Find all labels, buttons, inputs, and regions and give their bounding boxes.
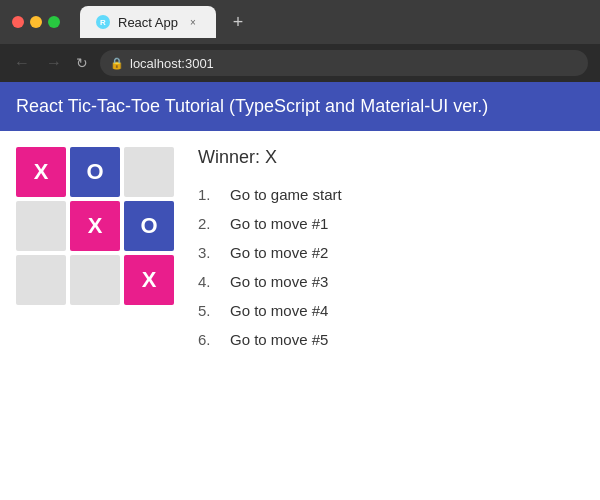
close-traffic-light[interactable] — [12, 16, 24, 28]
app-header: React Tic-Tac-Toe Tutorial (TypeScript a… — [0, 82, 600, 131]
winner-text: Winner: X — [198, 147, 584, 168]
address-bar[interactable]: 🔒 localhost:3001 — [100, 50, 588, 76]
move-item-2: 3.Go to move #2 — [198, 238, 584, 267]
page-content: React Tic-Tac-Toe Tutorial (TypeScript a… — [0, 82, 600, 500]
move-number-5: 6. — [198, 331, 222, 348]
browser-tab[interactable]: R React App × — [80, 6, 216, 38]
tab-area: R React App × + — [80, 6, 588, 38]
maximize-traffic-light[interactable] — [48, 16, 60, 28]
move-number-3: 4. — [198, 273, 222, 290]
tic-tac-toe-board: XOXOX — [16, 147, 174, 305]
tab-title-label: React App — [118, 15, 178, 30]
move-number-0: 1. — [198, 186, 222, 203]
address-text: localhost:3001 — [130, 56, 214, 71]
minimize-traffic-light[interactable] — [30, 16, 42, 28]
board-cell-3[interactable] — [16, 201, 66, 251]
lock-icon: 🔒 — [110, 57, 124, 70]
browser-addressbar: ← → ↻ 🔒 localhost:3001 — [0, 44, 600, 82]
move-button-0[interactable]: Go to game start — [230, 186, 342, 203]
browser-titlebar: R React App × + — [0, 0, 600, 44]
move-button-2[interactable]: Go to move #2 — [230, 244, 328, 261]
move-item-5: 6.Go to move #5 — [198, 325, 584, 354]
move-list: Winner: X 1.Go to game start2.Go to move… — [198, 147, 584, 354]
tab-favicon-label: R — [100, 18, 106, 27]
move-item-3: 4.Go to move #3 — [198, 267, 584, 296]
moves-list: 1.Go to game start2.Go to move #13.Go to… — [198, 180, 584, 354]
move-button-5[interactable]: Go to move #5 — [230, 331, 328, 348]
refresh-button[interactable]: ↻ — [76, 55, 88, 71]
move-number-4: 5. — [198, 302, 222, 319]
game-area: XOXOX Winner: X 1.Go to game start2.Go t… — [0, 131, 600, 370]
board-cell-8[interactable]: X — [124, 255, 174, 305]
board-cell-1[interactable]: O — [70, 147, 120, 197]
forward-button[interactable]: → — [44, 54, 64, 72]
app-header-title: React Tic-Tac-Toe Tutorial (TypeScript a… — [16, 96, 488, 116]
board-cell-7[interactable] — [70, 255, 120, 305]
board-cell-0[interactable]: X — [16, 147, 66, 197]
board-cell-6[interactable] — [16, 255, 66, 305]
tab-close-button[interactable]: × — [186, 15, 200, 29]
tab-favicon: R — [96, 15, 110, 29]
move-button-1[interactable]: Go to move #1 — [230, 215, 328, 232]
move-item-0: 1.Go to game start — [198, 180, 584, 209]
move-button-3[interactable]: Go to move #3 — [230, 273, 328, 290]
new-tab-button[interactable]: + — [224, 8, 252, 36]
move-button-4[interactable]: Go to move #4 — [230, 302, 328, 319]
traffic-lights — [12, 16, 60, 28]
move-item-4: 5.Go to move #4 — [198, 296, 584, 325]
move-number-2: 3. — [198, 244, 222, 261]
board-cell-5[interactable]: O — [124, 201, 174, 251]
board-cell-2[interactable] — [124, 147, 174, 197]
move-number-1: 2. — [198, 215, 222, 232]
move-item-1: 2.Go to move #1 — [198, 209, 584, 238]
board-cell-4[interactable]: X — [70, 201, 120, 251]
back-button[interactable]: ← — [12, 54, 32, 72]
